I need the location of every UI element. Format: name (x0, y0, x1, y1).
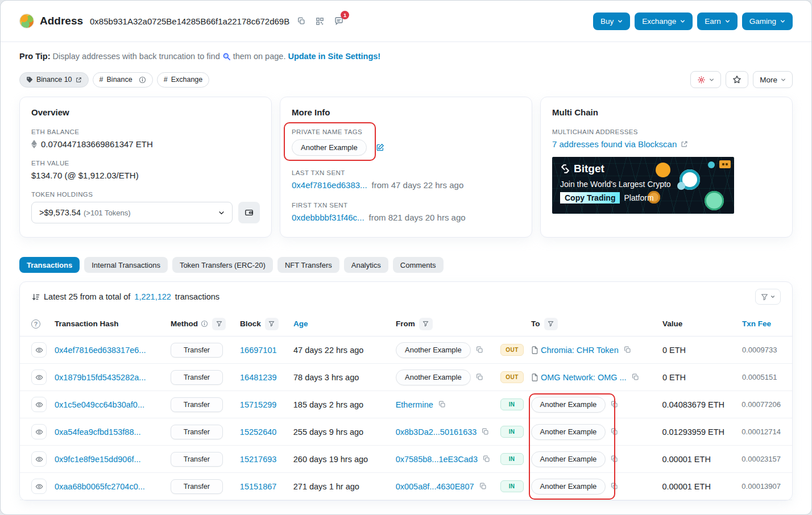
tx-preview-eye-button[interactable] (31, 451, 47, 467)
buy-button[interactable]: Buy (593, 13, 630, 30)
to-filter-icon[interactable] (544, 318, 558, 330)
comment-count-badge: 1 (341, 11, 349, 19)
direction-badge: IN (500, 453, 524, 465)
blockscan-link[interactable]: 7 addresses found via Blockscan (552, 139, 677, 149)
copy-icon[interactable] (478, 481, 488, 491)
tab-comments[interactable]: Comments (393, 257, 444, 273)
method-badge[interactable]: Transfer (171, 370, 223, 385)
to-name-tag[interactable]: Another Example (531, 424, 606, 440)
copy-icon[interactable] (610, 481, 619, 491)
copy-icon[interactable] (437, 400, 447, 409)
last-txn-hash-link[interactable]: 0x4ef7816ed6383... (292, 180, 367, 190)
favorite-star-button[interactable] (726, 71, 748, 88)
hashtag-exchange[interactable]: # Exchange (157, 72, 210, 88)
info-icon[interactable] (201, 320, 208, 327)
to-contract-link[interactable]: OMG Network: OMG ... (541, 373, 627, 382)
tab-internal-transactions[interactable]: Internal Transactions (84, 257, 168, 273)
copy-icon[interactable] (610, 400, 619, 409)
copy-icon[interactable] (623, 345, 632, 355)
more-button[interactable]: More (753, 71, 793, 88)
name-tag-label: Binance 10 (36, 76, 72, 84)
tx-preview-eye-button[interactable] (31, 369, 47, 385)
info-icon (139, 76, 146, 84)
help-icon[interactable]: ? (31, 319, 40, 329)
edit-icon[interactable] (376, 143, 384, 152)
header-age[interactable]: Age (293, 319, 308, 328)
tx-hash-link[interactable]: 0x1c5e049cc64b30af0... (55, 400, 144, 409)
tab-nft-transfers[interactable]: NFT Transfers (277, 257, 339, 273)
tab-token-transfers[interactable]: Token Transfers (ERC-20) (172, 257, 273, 273)
comments-icon[interactable]: 1 (332, 14, 346, 28)
table-filter-button[interactable] (755, 289, 781, 305)
eth-balance-value: 0.070447183669861347 ETH (41, 139, 153, 149)
coin-icon (708, 161, 715, 168)
method-badge[interactable]: Transfer (171, 452, 223, 467)
first-txn-hash-link[interactable]: 0xdebbbbf31f46c... (292, 213, 364, 222)
method-filter-icon[interactable] (212, 318, 226, 330)
block-link[interactable]: 15217693 (240, 455, 277, 464)
from-address-link[interactable]: 0x005a8f...4630E807 (396, 482, 474, 491)
private-name-tag[interactable]: Another Example (292, 139, 367, 156)
tx-hash-link[interactable]: 0x1879b15fd5435282a... (55, 373, 146, 382)
from-address-link[interactable]: 0x7585b8...1eE3Cad3 (396, 455, 478, 464)
qr-code-icon[interactable] (313, 15, 326, 28)
wallet-button[interactable] (238, 202, 260, 223)
more-info-title: More Info (292, 107, 520, 117)
to-contract-link[interactable]: Chromia: CHR Token (541, 346, 619, 355)
gaming-button[interactable]: Gaming (742, 13, 793, 30)
block-link[interactable]: 15715299 (240, 400, 277, 409)
block-link[interactable]: 16697101 (240, 346, 277, 355)
tab-analytics[interactable]: Analytics (344, 257, 388, 273)
method-badge[interactable]: Transfer (171, 343, 223, 358)
block-link[interactable]: 16481239 (240, 373, 277, 382)
block-link[interactable]: 15252640 (240, 427, 277, 437)
from-address-link[interactable]: 0x8b3Da2...50161633 (396, 427, 477, 437)
bitget-ad-banner[interactable]: Bitget Join the World's Largest Crypto C… (552, 157, 734, 214)
tx-preview-eye-button[interactable] (31, 424, 47, 439)
copy-icon[interactable] (610, 427, 619, 437)
token-holdings-dropdown[interactable]: >$9,573.54 (>101 Tokens) (31, 202, 233, 223)
from-filter-icon[interactable] (419, 318, 433, 330)
copy-icon[interactable] (482, 454, 491, 464)
header-txn-fee[interactable]: Txn Fee (742, 319, 771, 328)
from-name-tag[interactable]: Another Example (396, 369, 471, 385)
copy-icon[interactable] (610, 454, 619, 464)
magnifier-icon (222, 52, 231, 61)
tx-hash-link[interactable]: 0xa54fea9cfbd153f88... (55, 427, 141, 437)
exchange-button[interactable]: Exchange (635, 13, 693, 30)
ad-choices-icon[interactable] (719, 160, 731, 168)
to-name-tag[interactable]: Another Example (531, 479, 606, 495)
copy-icon[interactable] (631, 372, 640, 382)
tab-transactions[interactable]: Transactions (19, 257, 80, 273)
copy-icon[interactable] (475, 372, 484, 382)
name-tag-binance10[interactable]: Binance 10 (19, 72, 89, 88)
to-name-tag[interactable]: Another Example (531, 451, 606, 467)
eye-icon (35, 428, 43, 436)
hashtag-binance[interactable]: # Binance (93, 72, 153, 88)
tx-hash-link[interactable]: 0xaa68b0065fc2704c0... (55, 482, 145, 491)
settings-gear-button[interactable] (690, 71, 721, 88)
to-name-tag[interactable]: Another Example (531, 397, 606, 413)
address-hash: 0x85b931A32a0725Be14285B66f1a22178c672d6… (90, 16, 289, 26)
method-badge[interactable]: Transfer (171, 397, 223, 412)
method-badge[interactable]: Transfer (171, 425, 223, 439)
earn-button[interactable]: Earn (697, 13, 738, 30)
from-name-tag[interactable]: Another Example (396, 342, 471, 358)
block-link[interactable]: 15151867 (240, 482, 277, 491)
site-settings-link[interactable]: Update in Site Settings! (288, 52, 380, 61)
method-badge[interactable]: Transfer (171, 479, 223, 494)
tx-hash-link[interactable]: 0x9fc1e8f9e15dd906f... (55, 455, 141, 464)
more-label: More (760, 76, 777, 84)
tx-preview-eye-button[interactable] (31, 342, 47, 358)
pro-tip-label: Pro Tip: (19, 52, 51, 61)
copy-address-icon[interactable] (295, 15, 308, 27)
hashtag-label: Binance (107, 76, 132, 84)
copy-icon[interactable] (475, 345, 484, 355)
copy-icon[interactable] (480, 427, 490, 437)
from-address-link[interactable]: Ethermine (396, 400, 433, 409)
tx-preview-eye-button[interactable] (31, 479, 47, 494)
tx-preview-eye-button[interactable] (31, 397, 47, 412)
block-filter-icon[interactable] (265, 318, 279, 330)
tx-hash-link[interactable]: 0x4ef7816ed638317e6... (55, 346, 146, 355)
last-txn-label: LAST TXN SENT (292, 169, 520, 176)
